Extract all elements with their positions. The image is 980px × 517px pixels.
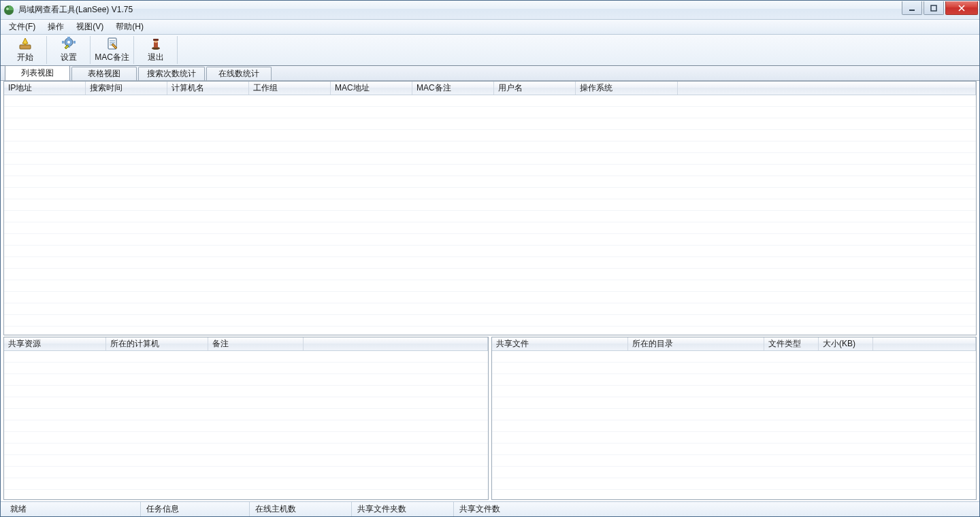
svg-rect-4 [20, 45, 31, 49]
col-mac-addr[interactable]: MAC地址 [331, 82, 412, 95]
share-file-header: 共享文件 所在的目录 文件类型 大小(KB) [492, 337, 976, 351]
svg-rect-9 [62, 41, 64, 44]
tab-online-count[interactable]: 在线数统计 [206, 67, 272, 80]
settings-icon [62, 37, 76, 50]
svg-point-6 [67, 41, 70, 44]
col-ip[interactable]: IP地址 [4, 82, 86, 95]
settings-label: 设置 [61, 52, 77, 63]
app-window: 局域网查看工具(LanSee) V1.75 文件(F) 操作 视图(V) 帮助(… [0, 0, 980, 517]
start-label: 开始 [17, 52, 33, 63]
close-button[interactable] [945, 1, 978, 15]
status-share-folders: 共享文件夹数 [352, 502, 454, 516]
statusbar: 就绪 任务信息 在线主机数 共享文件夹数 共享文件数 [1, 501, 979, 516]
share-resource-body[interactable] [4, 351, 488, 499]
window-controls [902, 1, 978, 15]
window-title: 局域网查看工具(LanSee) V1.75 [18, 4, 133, 16]
share-resource-header: 共享资源 所在的计算机 备注 [4, 337, 488, 351]
maximize-button[interactable] [924, 1, 944, 15]
svg-rect-2 [909, 10, 915, 11]
svg-rect-10 [74, 41, 76, 44]
svg-rect-3 [931, 5, 936, 11]
svg-rect-16 [154, 42, 158, 48]
menu-help[interactable]: 帮助(H) [110, 20, 149, 34]
col-remark[interactable]: 备注 [208, 337, 304, 350]
mac-remark-label: MAC备注 [95, 52, 129, 63]
share-file-body[interactable] [492, 351, 976, 499]
exit-button[interactable]: 退出 [134, 36, 178, 64]
share-resource-panel: 共享资源 所在的计算机 备注 [3, 337, 489, 500]
status-online-hosts: 在线主机数 [250, 502, 352, 516]
settings-button[interactable]: 设置 [47, 36, 91, 64]
svg-rect-7 [67, 37, 70, 39]
col-mac-remark[interactable]: MAC备注 [412, 82, 494, 95]
col-left-extra[interactable] [304, 337, 488, 350]
titlebar: 局域网查看工具(LanSee) V1.75 [1, 1, 979, 20]
col-search-time[interactable]: 搜索时间 [86, 82, 167, 95]
menubar: 文件(F) 操作 视图(V) 帮助(H) [1, 20, 979, 35]
svg-rect-18 [153, 39, 159, 41]
col-file-type[interactable]: 文件类型 [764, 337, 819, 350]
menu-view[interactable]: 视图(V) [71, 20, 109, 34]
main-list: IP地址 搜索时间 计算机名 工作组 MAC地址 MAC备注 用户名 操作系统 [3, 81, 977, 335]
col-os[interactable]: 操作系统 [576, 82, 678, 95]
col-computer-name[interactable]: 计算机名 [167, 82, 249, 95]
start-icon [18, 37, 32, 50]
tab-search-count[interactable]: 搜索次数统计 [138, 67, 205, 80]
col-right-extra[interactable] [873, 337, 976, 350]
col-workgroup[interactable]: 工作组 [249, 82, 331, 95]
col-share-file[interactable]: 共享文件 [492, 337, 628, 350]
status-task-info: 任务信息 [141, 502, 250, 516]
col-share-resource[interactable]: 共享资源 [4, 337, 106, 350]
main-list-header: IP地址 搜索时间 计算机名 工作组 MAC地址 MAC备注 用户名 操作系统 [4, 82, 976, 95]
status-ready: 就绪 [5, 502, 141, 516]
mac-remark-icon [105, 37, 119, 50]
col-extra[interactable] [678, 82, 976, 95]
mac-remark-button[interactable]: MAC备注 [91, 36, 134, 64]
col-size-kb[interactable]: 大小(KB) [819, 337, 873, 350]
toolbar: 开始 设置 [1, 35, 979, 66]
exit-label: 退出 [148, 52, 164, 63]
svg-point-1 [6, 7, 9, 10]
tab-table-view[interactable]: 表格视图 [71, 67, 137, 80]
bottom-panels: 共享资源 所在的计算机 备注 共享文件 所在的目录 文件类型 大小(KB) [3, 337, 977, 500]
col-directory[interactable]: 所在的目录 [628, 337, 764, 350]
status-share-files: 共享文件数 [454, 502, 975, 516]
exit-icon [149, 37, 163, 50]
main-list-body[interactable] [4, 95, 976, 335]
col-username[interactable]: 用户名 [494, 82, 576, 95]
col-computer[interactable]: 所在的计算机 [106, 337, 208, 350]
tab-list-view[interactable]: 列表视图 [5, 65, 70, 80]
app-icon [3, 5, 14, 16]
share-file-panel: 共享文件 所在的目录 文件类型 大小(KB) [491, 337, 977, 500]
menu-operate[interactable]: 操作 [42, 20, 69, 34]
start-button[interactable]: 开始 [3, 36, 47, 64]
minimize-button[interactable] [902, 1, 922, 15]
menu-file[interactable]: 文件(F) [3, 20, 41, 34]
tab-row: 列表视图 表格视图 搜索次数统计 在线数统计 [1, 66, 979, 81]
